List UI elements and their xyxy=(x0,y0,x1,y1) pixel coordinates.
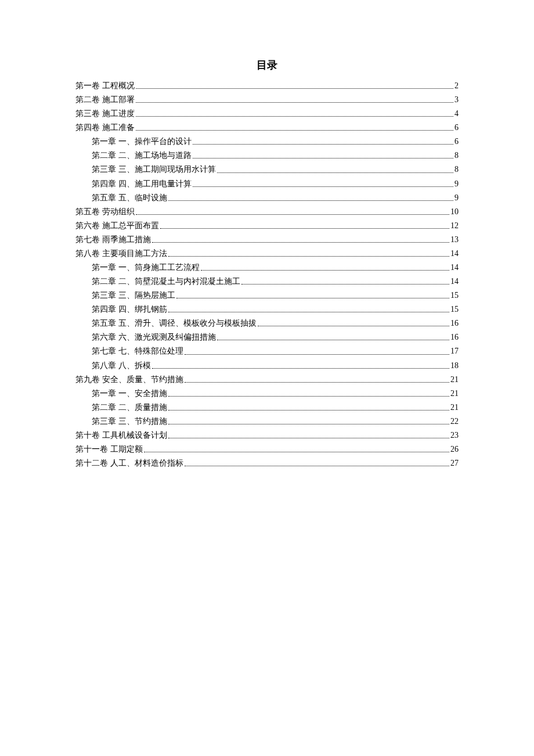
toc-container: 第一卷 工程概况2第二卷 施工部署3第三卷 施工进度4第四卷 施工准备6第一章 … xyxy=(75,79,459,470)
toc-entry-label: 第八卷 主要项目施工方法 xyxy=(75,247,167,261)
toc-entry-label: 第六卷 施工总平面布置 xyxy=(75,219,159,233)
toc-entry-label: 第一章 一、操作平台的设计 xyxy=(92,135,192,149)
toc-dots xyxy=(136,116,454,117)
toc-dots xyxy=(136,130,454,131)
toc-entry: 第七章 七、特殊部位处理17 xyxy=(75,344,459,358)
toc-dots xyxy=(152,368,450,369)
toc-entry-page: 18 xyxy=(450,359,459,373)
toc-entry-page: 14 xyxy=(450,247,459,261)
toc-entry: 第八章 八、拆模18 xyxy=(75,359,459,373)
toc-entry-label: 第五章 五、滑升、调径、模板收分与模板抽拔 xyxy=(92,316,257,330)
toc-entry-page: 6 xyxy=(454,135,459,149)
toc-dots xyxy=(185,382,450,383)
toc-entry-page: 22 xyxy=(450,415,459,429)
toc-entry-label: 第六章 六、激光观测及纠偏扭措施 xyxy=(92,330,216,344)
toc-dots xyxy=(168,312,450,312)
toc-entry-page: 21 xyxy=(450,387,459,401)
toc-entry-page: 14 xyxy=(450,275,459,289)
toc-entry-page: 3 xyxy=(454,93,459,107)
toc-entry-page: 4 xyxy=(454,107,459,121)
toc-entry: 第十一卷 工期定额26 xyxy=(75,442,459,456)
toc-entry-label: 第十一卷 工期定额 xyxy=(75,442,143,456)
toc-dots xyxy=(160,228,450,229)
toc-entry-page: 16 xyxy=(450,330,459,344)
toc-entry: 第五章 五、滑升、调径、模板收分与模板抽拔16 xyxy=(75,316,459,330)
toc-dots xyxy=(136,102,454,103)
toc-entry: 第四卷 施工准备6 xyxy=(75,121,459,135)
toc-dots xyxy=(201,270,450,271)
toc-entry-page: 17 xyxy=(450,344,459,358)
toc-entry: 第五卷 劳动组织10 xyxy=(75,205,459,219)
toc-entry-page: 9 xyxy=(454,177,459,191)
toc-entry-page: 14 xyxy=(450,261,459,275)
toc-entry: 第一章 一、安全措施21 xyxy=(75,387,459,401)
toc-entry: 第四章 四、施工用电量计算9 xyxy=(75,177,459,191)
toc-entry-page: 2 xyxy=(454,79,459,93)
toc-entry: 第六卷 施工总平面布置12 xyxy=(75,219,459,233)
toc-entry-label: 第三卷 施工进度 xyxy=(75,107,135,121)
toc-dots xyxy=(193,158,454,159)
toc-entry-label: 第二卷 施工部署 xyxy=(75,93,135,107)
toc-dots xyxy=(193,186,454,187)
toc-entry: 第八卷 主要项目施工方法14 xyxy=(75,247,459,261)
toc-entry-label: 第一章 一、安全措施 xyxy=(92,387,167,401)
toc-entry: 第十卷 工具机械设备计划23 xyxy=(75,429,459,442)
toc-entry-page: 9 xyxy=(454,191,459,205)
toc-entry-page: 8 xyxy=(454,163,459,177)
toc-entry-label: 第七章 七、特殊部位处理 xyxy=(92,344,183,358)
toc-dots xyxy=(168,438,450,438)
toc-entry-label: 第四卷 施工准备 xyxy=(75,121,135,135)
toc-entry: 第二章 二、施工场地与道路8 xyxy=(75,149,459,163)
toc-dots xyxy=(193,144,454,145)
toc-dots xyxy=(136,214,450,215)
toc-entry-page: 23 xyxy=(450,429,459,442)
toc-entry: 第九卷 安全、质量、节约措施21 xyxy=(75,373,459,387)
toc-entry-page: 10 xyxy=(450,205,459,219)
toc-entry-label: 第二章 二、施工场地与道路 xyxy=(92,149,192,163)
toc-dots xyxy=(168,256,450,257)
toc-entry: 第三卷 施工进度4 xyxy=(75,107,459,121)
toc-entry-label: 第一卷 工程概况 xyxy=(75,79,135,93)
toc-entry-page: 26 xyxy=(450,442,459,456)
toc-dots xyxy=(176,298,450,298)
toc-entry-page: 15 xyxy=(450,289,459,303)
toc-entry-label: 第四章 四、施工用电量计算 xyxy=(92,177,192,191)
toc-entry-label: 第七卷 雨季施工措施 xyxy=(75,233,151,247)
toc-entry-page: 15 xyxy=(450,303,459,316)
toc-dots xyxy=(152,242,450,243)
toc-entry-page: 27 xyxy=(450,456,459,470)
toc-dots xyxy=(168,424,450,424)
toc-dots xyxy=(185,354,450,355)
toc-entry-page: 13 xyxy=(450,233,459,247)
toc-entry-label: 第一章 一、筒身施工工艺流程 xyxy=(92,261,200,275)
toc-entry-label: 第五卷 劳动组织 xyxy=(75,205,135,219)
toc-entry-page: 21 xyxy=(450,401,459,415)
toc-entry: 第十二卷 人工、材料造价指标27 xyxy=(75,456,459,470)
toc-entry: 第三章 三、施工期间现场用水计算8 xyxy=(75,163,459,177)
toc-entry: 第二章 二、筒壁混凝土与内衬混凝土施工14 xyxy=(75,275,459,289)
toc-title: 目录 xyxy=(75,58,459,72)
toc-entry-label: 第五章 五、临时设施 xyxy=(92,191,167,205)
toc-dots xyxy=(241,284,450,285)
toc-entry-label: 第二章 二、质量措施 xyxy=(92,401,167,415)
toc-entry-label: 第九卷 安全、质量、节约措施 xyxy=(75,373,183,387)
toc-dots xyxy=(136,88,454,89)
toc-dots xyxy=(168,396,450,397)
toc-entry: 第三章 三、隔热层施工15 xyxy=(75,289,459,303)
toc-dots xyxy=(217,340,450,340)
toc-entry: 第六章 六、激光观测及纠偏扭措施16 xyxy=(75,330,459,344)
toc-entry-page: 6 xyxy=(454,121,459,135)
toc-entry: 第五章 五、临时设施9 xyxy=(75,191,459,205)
toc-entry-label: 第三章 三、施工期间现场用水计算 xyxy=(92,163,216,177)
toc-entry-page: 8 xyxy=(454,149,459,163)
toc-entry-label: 第三章 三、节约措施 xyxy=(92,415,167,429)
toc-dots xyxy=(217,172,454,173)
toc-entry-label: 第四章 四、绑扎钢筋 xyxy=(92,303,167,316)
toc-entry-label: 第十卷 工具机械设备计划 xyxy=(75,429,167,442)
toc-entry-page: 16 xyxy=(450,316,459,330)
toc-entry-label: 第二章 二、筒壁混凝土与内衬混凝土施工 xyxy=(92,275,240,289)
toc-dots xyxy=(185,466,450,466)
toc-entry-label: 第八章 八、拆模 xyxy=(92,359,151,373)
toc-entry: 第二章 二、质量措施21 xyxy=(75,401,459,415)
toc-dots xyxy=(258,326,450,326)
